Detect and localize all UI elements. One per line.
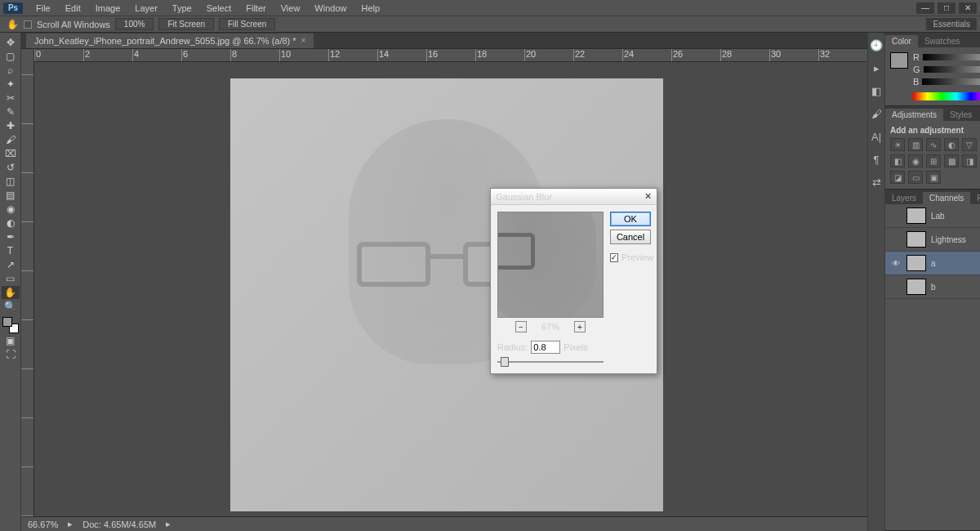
ruler-vertical[interactable] [21, 49, 34, 516]
tab-styles[interactable]: Styles [943, 109, 978, 121]
selective-color-icon[interactable]: ▣ [926, 171, 941, 184]
history-brush-tool[interactable]: ↺ [2, 161, 20, 174]
main-menu: File Edit Image Layer Type Select Filter… [29, 2, 386, 15]
minimize-button[interactable]: — [916, 2, 934, 14]
b-slider[interactable] [922, 78, 980, 85]
color-fg-bg[interactable] [890, 52, 908, 100]
marquee-tool[interactable]: ▢ [2, 50, 20, 63]
visibility-icon[interactable] [890, 234, 902, 245]
close-button[interactable]: ✕ [959, 2, 977, 14]
pen-tool[interactable]: ✒ [2, 230, 20, 243]
visibility-icon[interactable]: 👁 [890, 257, 902, 269]
fill-screen-button[interactable]: Fill Screen [219, 18, 275, 30]
hand-tool[interactable]: ✋ [2, 286, 20, 299]
bw-icon[interactable]: ◧ [890, 154, 905, 167]
ok-button[interactable]: OK [610, 212, 651, 226]
stamp-tool[interactable]: ⌧ [2, 147, 20, 160]
maximize-button[interactable]: □ [938, 2, 956, 14]
fit-screen-button[interactable]: Fit Screen [158, 18, 214, 30]
menu-image[interactable]: Image [89, 2, 127, 15]
gradient-tool[interactable]: ▤ [2, 189, 20, 202]
curves-icon[interactable]: ∿ [926, 138, 941, 151]
zoom-in-button[interactable]: + [574, 321, 586, 332]
zoom-tool[interactable]: 🔍 [2, 300, 20, 313]
screenmode-toggle[interactable]: ⛶ [2, 348, 20, 361]
tab-swatches[interactable]: Swatches [918, 35, 966, 47]
eraser-tool[interactable]: ◫ [2, 175, 20, 188]
lasso-tool[interactable]: ⌕ [2, 64, 20, 77]
tab-adjustments[interactable]: Adjustments [885, 109, 943, 121]
lut-icon[interactable]: ▩ [944, 154, 959, 167]
dialog-close-icon[interactable]: ✕ [644, 191, 652, 202]
cancel-button[interactable]: Cancel [610, 230, 651, 244]
dialog-titlebar[interactable]: Gaussian Blur ✕ [491, 189, 657, 205]
blur-tool[interactable]: ◉ [2, 203, 20, 216]
brush-panel-icon[interactable]: 🖌 [868, 106, 884, 121]
path-tool[interactable]: ↗ [2, 258, 20, 271]
shape-tool[interactable]: ▭ [2, 272, 20, 285]
crop-tool[interactable]: ✂ [2, 91, 20, 105]
quickmask-toggle[interactable]: ▣ [2, 334, 20, 347]
hue-ramp[interactable] [913, 92, 980, 100]
menu-filter[interactable]: Filter [239, 2, 272, 15]
history-panel-icon[interactable]: 🕘 [868, 38, 884, 52]
menu-file[interactable]: File [29, 2, 57, 15]
radius-input[interactable] [531, 341, 560, 354]
preview-checkbox[interactable]: ✓ [610, 253, 618, 262]
eyedropper-tool[interactable]: ✎ [2, 105, 20, 118]
channel-row-a[interactable]: 👁aCtrl+4 [885, 252, 980, 275]
ruler-horizontal[interactable]: 02468101214161820222426283032 [34, 49, 867, 62]
scroll-all-checkbox[interactable] [24, 20, 32, 29]
document-tab[interactable]: John_Keatley_iPhone_portrait_Andrew_5055… [26, 33, 314, 48]
zoom-out-button[interactable]: − [515, 321, 527, 332]
vibrance-icon[interactable]: ▽ [962, 138, 977, 151]
menu-layer[interactable]: Layer [128, 2, 164, 15]
channel-row-lab[interactable]: LabCtrl+2 [885, 204, 980, 228]
brightness-icon[interactable]: ☀ [890, 138, 905, 151]
menu-edit[interactable]: Edit [59, 2, 87, 15]
chevron-right-icon[interactable]: ▸ [68, 519, 73, 529]
channel-row-lightness[interactable]: LightnessCtrl+3 [885, 228, 980, 252]
chevron-right-icon[interactable]: ▸ [166, 519, 171, 529]
brush-tool[interactable]: 🖌 [2, 133, 20, 146]
channel-row-b[interactable]: bCtrl+5 [885, 275, 980, 299]
menu-type[interactable]: Type [166, 2, 198, 15]
r-slider[interactable] [923, 54, 980, 60]
radius-slider[interactable] [497, 357, 604, 367]
color-picker[interactable] [2, 317, 19, 333]
menu-view[interactable]: View [274, 2, 307, 15]
heal-tool[interactable]: ✚ [2, 119, 20, 132]
paragraph-panel-icon[interactable]: ¶ [868, 152, 884, 167]
threshold-icon[interactable]: ◪ [890, 171, 905, 184]
menu-help[interactable]: Help [354, 2, 386, 15]
photo-filter-icon[interactable]: ◉ [908, 154, 923, 167]
workspace-switcher[interactable]: Essentials [926, 18, 977, 30]
menu-select[interactable]: Select [200, 2, 238, 15]
tab-layers[interactable]: Layers [885, 192, 923, 204]
tab-paths[interactable]: Paths [970, 192, 980, 204]
dodge-tool[interactable]: ◐ [2, 216, 20, 230]
g-slider[interactable] [924, 66, 980, 73]
type-tool[interactable]: T [2, 244, 20, 257]
invert-icon[interactable]: ◨ [962, 154, 977, 167]
properties-panel-icon[interactable]: ◧ [868, 83, 884, 98]
menu-window[interactable]: Window [308, 2, 353, 15]
dialog-preview[interactable] [497, 212, 604, 318]
tab-color[interactable]: Color [885, 35, 918, 47]
character-panel-icon[interactable]: A| [868, 129, 884, 144]
wand-tool[interactable]: ✦ [2, 78, 20, 91]
gradient-map-icon[interactable]: ▭ [908, 171, 923, 184]
swap-panel-icon[interactable]: ⇄ [868, 175, 884, 190]
canvas-area[interactable] [34, 62, 867, 516]
visibility-icon[interactable] [890, 281, 902, 292]
close-tab-icon[interactable]: × [301, 36, 306, 45]
levels-icon[interactable]: ▥ [908, 138, 923, 151]
actions-panel-icon[interactable]: ▸ [868, 60, 884, 75]
tab-channels[interactable]: Channels [923, 192, 970, 204]
status-zoom[interactable]: 66.67% [28, 520, 58, 529]
exposure-icon[interactable]: ◐ [944, 138, 959, 151]
channel-mixer-icon[interactable]: ⊞ [926, 154, 941, 167]
move-tool[interactable]: ✥ [2, 36, 20, 49]
visibility-icon[interactable] [890, 210, 902, 221]
zoom-100-button[interactable]: 100% [115, 18, 154, 30]
